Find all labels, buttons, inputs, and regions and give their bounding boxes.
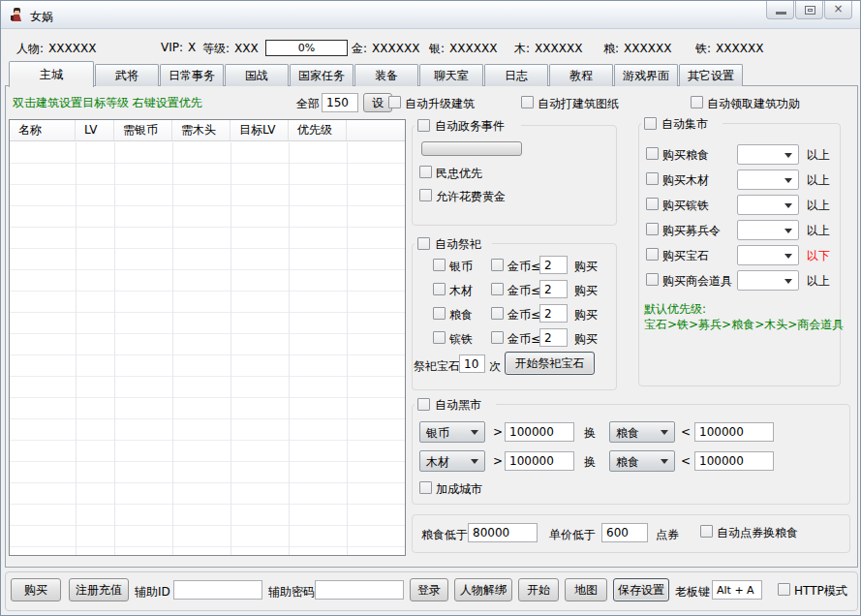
start-button[interactable]: 开始	[518, 578, 559, 601]
gov-event-button[interactable]	[421, 141, 522, 156]
target-level-input[interactable]	[322, 93, 358, 112]
sacrifice-cond-checkbox[interactable]	[491, 259, 504, 271]
sacrifice-cond-checkbox[interactable]	[491, 307, 504, 320]
bonus-city-label[interactable]: 加成城市	[436, 481, 482, 498]
bonus-city-checkbox[interactable]	[419, 481, 432, 494]
buy-gem-checkbox[interactable]	[646, 248, 659, 261]
buy-iron-checkbox[interactable]	[646, 198, 659, 210]
sacrifice-food-checkbox[interactable]	[433, 307, 446, 320]
buy-wood-checkbox[interactable]	[646, 172, 659, 185]
give-resource-dropdown[interactable]: 木材	[419, 450, 485, 472]
col-name[interactable]: 名称	[10, 120, 76, 140]
col-target-lv[interactable]: 目标LV	[231, 120, 289, 140]
auto-merit-label[interactable]: 自动领取建筑功勋	[707, 96, 800, 112]
auto-upgrade-checkbox[interactable]	[388, 96, 401, 108]
col-need-wood[interactable]: 需木头	[172, 120, 231, 140]
boss-key-input[interactable]	[712, 580, 762, 600]
tab-other-settings[interactable]: 其它设置	[679, 64, 743, 86]
auto-coupon-food-label[interactable]: 自动点券换粮食	[717, 525, 798, 541]
tab-main-city[interactable]: 主城	[9, 61, 94, 87]
sacrifice-cond-label[interactable]: 金币≤	[507, 259, 540, 275]
sacrifice-price-input[interactable]	[539, 328, 568, 347]
sacrifice-wood-checkbox[interactable]	[433, 283, 446, 295]
sacrifice-cond-label[interactable]: 金币≤	[507, 331, 540, 348]
gov-events-checkbox[interactable]	[417, 119, 430, 132]
tab-log[interactable]: 日志	[484, 64, 548, 86]
sacrifice-cond-label[interactable]: 金币≤	[507, 283, 540, 299]
col-priority[interactable]: 优先级	[289, 120, 347, 140]
sacrifice-res-label[interactable]: 木材	[449, 283, 473, 299]
black-market-checkbox[interactable]	[417, 398, 430, 411]
buy-guild-item-label[interactable]: 购买商会道具	[662, 273, 732, 290]
gem-times-input[interactable]	[459, 354, 485, 373]
allow-gold-label[interactable]: 允许花费黄金	[436, 189, 506, 205]
buy-recruit-price-dropdown[interactable]	[737, 220, 799, 240]
buy-wood-price-dropdown[interactable]	[737, 169, 799, 190]
receive-threshold-input[interactable]	[694, 422, 774, 442]
allow-gold-checkbox[interactable]	[419, 189, 432, 201]
col-need-silver[interactable]: 需银币	[114, 120, 172, 140]
buy-gem-price-dropdown[interactable]	[737, 245, 799, 265]
unbind-character-button[interactable]: 人物解绑	[454, 578, 512, 601]
maximize-button[interactable]	[795, 1, 823, 19]
auto-blueprint-label[interactable]: 自动打建筑图纸	[538, 96, 619, 112]
sacrifice-cond-label[interactable]: 金币≤	[507, 307, 540, 323]
auto-coupon-food-checkbox[interactable]	[700, 525, 713, 538]
black-market-label[interactable]: 自动黑市	[435, 397, 481, 414]
tab-national-quests[interactable]: 国家任务	[290, 64, 354, 86]
loyalty-first-label[interactable]: 民忠优先	[436, 166, 482, 182]
map-button[interactable]: 地图	[565, 578, 607, 601]
sacrifice-silver-checkbox[interactable]	[433, 259, 446, 271]
tab-game-view[interactable]: 游戏界面	[614, 64, 678, 86]
http-mode-checkbox[interactable]	[778, 583, 790, 596]
title-bar[interactable]: 女娲 ×	[1, 1, 860, 29]
auto-merit-checkbox[interactable]	[691, 96, 703, 108]
auto-market-label[interactable]: 自动集市	[661, 116, 708, 133]
buy-iron-label[interactable]: 购买镔铁	[662, 198, 709, 214]
auto-market-checkbox[interactable]	[644, 117, 657, 130]
buy-wood-label[interactable]: 购买木材	[662, 172, 709, 189]
gov-events-label[interactable]: 自动政务事件	[435, 118, 505, 135]
sacrifice-res-label[interactable]: 镔铁	[449, 331, 473, 348]
sacrifice-iron-checkbox[interactable]	[433, 331, 446, 344]
building-table-body[interactable]	[10, 142, 405, 555]
sacrifice-cond-checkbox[interactable]	[491, 283, 504, 295]
food-below-input[interactable]	[468, 523, 538, 542]
tab-national-war[interactable]: 国战	[225, 64, 289, 86]
aid-password-input[interactable]	[315, 580, 404, 600]
col-lv[interactable]: LV	[76, 120, 114, 140]
give-threshold-input[interactable]	[505, 422, 574, 442]
aid-id-input[interactable]	[173, 580, 262, 600]
login-button[interactable]: 登录	[410, 578, 448, 601]
buy-guild-item-price-dropdown[interactable]	[737, 270, 799, 291]
register-recharge-button[interactable]: 注册充值	[69, 578, 129, 601]
sacrifice-price-input[interactable]	[539, 304, 568, 323]
buy-food-price-dropdown[interactable]	[737, 144, 799, 165]
auto-upgrade-label[interactable]: 自动升级建筑	[405, 96, 475, 112]
auto-blueprint-checkbox[interactable]	[521, 96, 534, 108]
sacrifice-checkbox[interactable]	[417, 237, 430, 250]
sacrifice-price-input[interactable]	[539, 256, 568, 274]
tab-daily-tasks[interactable]: 日常事务	[160, 64, 224, 86]
close-button[interactable]: ×	[824, 1, 852, 19]
start-gem-sacrifice-button[interactable]: 开始祭祀宝石	[505, 352, 595, 375]
buy-iron-price-dropdown[interactable]	[737, 195, 799, 215]
tab-chat-room[interactable]: 聊天室	[419, 64, 483, 86]
sacrifice-price-input[interactable]	[539, 280, 568, 298]
loyalty-first-checkbox[interactable]	[419, 166, 432, 178]
receive-resource-dropdown[interactable]: 粮食	[609, 421, 675, 443]
buy-recruit-checkbox[interactable]	[646, 223, 659, 235]
save-settings-button[interactable]: 保存设置	[613, 578, 669, 601]
price-below-input[interactable]	[601, 523, 648, 542]
buy-gem-label[interactable]: 购买宝石	[662, 248, 709, 264]
buy-recruit-label[interactable]: 购买募兵令	[662, 223, 721, 239]
receive-threshold-input[interactable]	[694, 451, 774, 471]
minimize-button[interactable]	[766, 1, 794, 19]
tab-generals[interactable]: 武将	[95, 64, 159, 86]
tab-tutorial[interactable]: 教程	[549, 64, 613, 86]
http-mode-label[interactable]: HTTP模式	[794, 583, 847, 600]
sacrifice-res-label[interactable]: 银币	[449, 259, 473, 275]
give-threshold-input[interactable]	[505, 451, 574, 471]
give-resource-dropdown[interactable]: 银币	[419, 421, 485, 443]
receive-resource-dropdown[interactable]: 粮食	[609, 450, 675, 472]
